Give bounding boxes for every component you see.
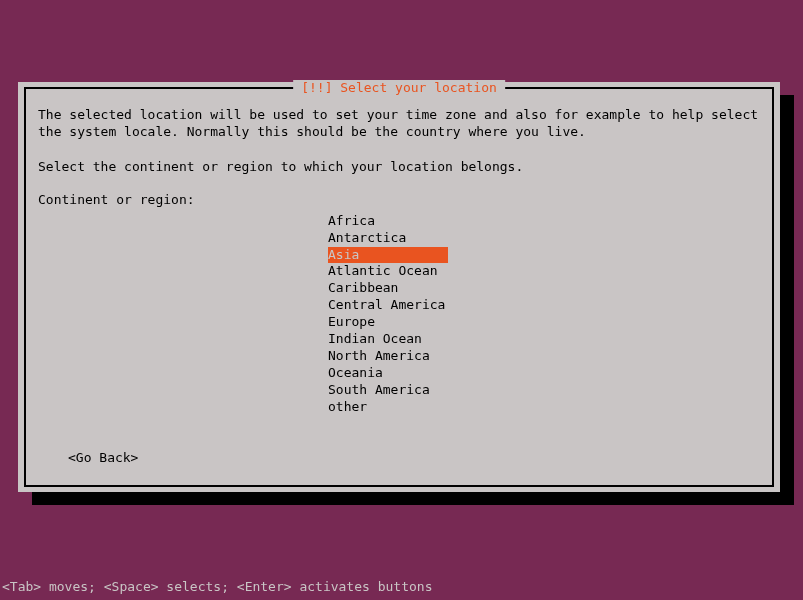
region-item[interactable]: Oceania xyxy=(328,365,448,382)
region-item[interactable]: North America xyxy=(328,348,448,365)
region-item[interactable]: Indian Ocean xyxy=(328,331,448,348)
region-item[interactable]: Europe xyxy=(328,314,448,331)
go-back-button[interactable]: <Go Back> xyxy=(68,450,138,465)
dialog-description: The selected location will be used to se… xyxy=(38,107,760,141)
dialog-content: The selected location will be used to se… xyxy=(26,89,772,427)
dialog-prompt: Continent or region: xyxy=(38,192,760,207)
region-item[interactable]: Caribbean xyxy=(328,280,448,297)
region-item[interactable]: other xyxy=(328,399,448,416)
region-item[interactable]: South America xyxy=(328,382,448,399)
dialog-instruction: Select the continent or region to which … xyxy=(38,159,760,174)
region-list: AfricaAntarcticaAsiaAtlantic OceanCaribb… xyxy=(328,213,760,416)
region-item[interactable]: Africa xyxy=(328,213,448,230)
region-item[interactable]: Asia xyxy=(328,247,448,264)
footer-help-text: <Tab> moves; <Space> selects; <Enter> ac… xyxy=(2,579,432,594)
region-item[interactable]: Antarctica xyxy=(328,230,448,247)
region-item[interactable]: Atlantic Ocean xyxy=(328,263,448,280)
dialog-border: [!!] Select your location The selected l… xyxy=(24,87,774,487)
region-item[interactable]: Central America xyxy=(328,297,448,314)
location-dialog: [!!] Select your location The selected l… xyxy=(18,82,780,492)
dialog-title: [!!] Select your location xyxy=(293,80,505,95)
